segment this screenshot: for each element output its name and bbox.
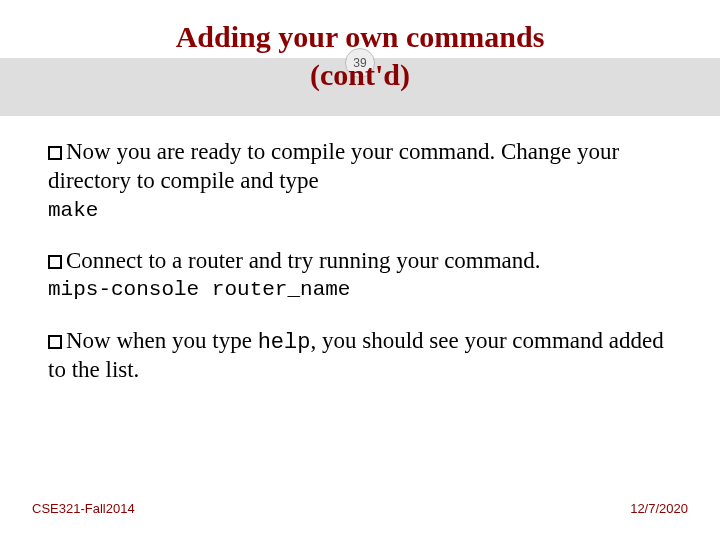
inline-code: help <box>258 330 311 355</box>
square-bullet-icon <box>48 146 62 160</box>
bullet-text-part: Now you are ready to compile your comman… <box>48 139 619 193</box>
bullet-text-part: Now when you type <box>66 328 258 353</box>
title-line-2: (cont'd) <box>0 56 720 94</box>
bullet-text: Connect to a router and try running your… <box>48 247 672 276</box>
bullet-text: Now when you type help, you should see y… <box>48 327 672 385</box>
bullet-text-part: Connect to a router and try running your… <box>66 248 541 273</box>
square-bullet-icon <box>48 335 62 349</box>
footer-left: CSE321-Fall2014 <box>32 501 135 516</box>
header: 39 Adding your own commands (cont'd) <box>0 0 720 116</box>
bullet-item: Connect to a router and try running your… <box>48 247 672 303</box>
code-line: make <box>48 198 672 223</box>
code-line: mips-console router_name <box>48 277 672 302</box>
slide-title: Adding your own commands (cont'd) <box>0 18 720 93</box>
title-line-1: Adding your own commands <box>0 18 720 56</box>
bullet-text: Now you are ready to compile your comman… <box>48 138 672 196</box>
bullet-item: Now you are ready to compile your comman… <box>48 138 672 223</box>
content-area: Now you are ready to compile your comman… <box>48 138 672 409</box>
square-bullet-icon <box>48 255 62 269</box>
slide: 39 Adding your own commands (cont'd) Now… <box>0 0 720 540</box>
footer-right: 12/7/2020 <box>630 501 688 516</box>
bullet-item: Now when you type help, you should see y… <box>48 327 672 385</box>
